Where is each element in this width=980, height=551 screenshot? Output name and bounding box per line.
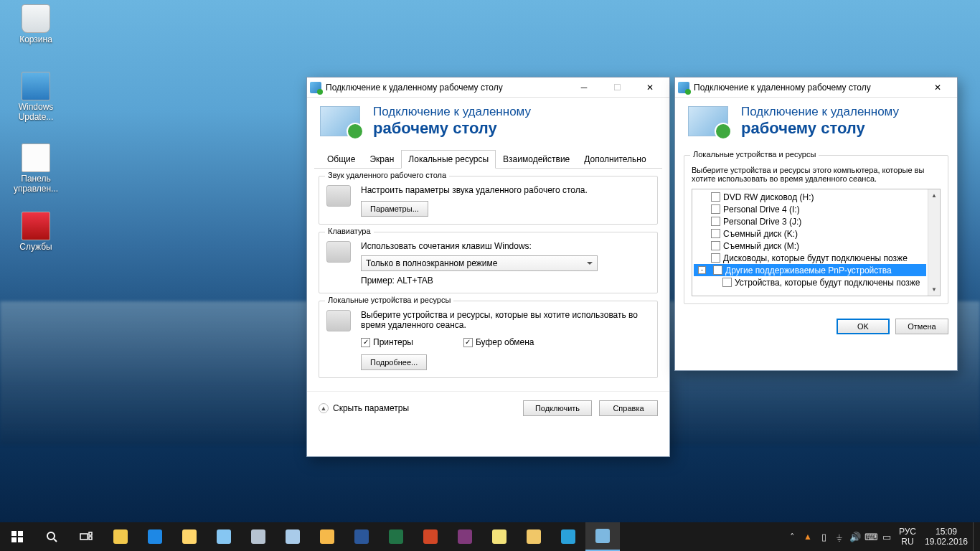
tree-item-label: Съемный диск (K:) [723,229,798,239]
tree-checkbox[interactable] [711,192,720,202]
tree-checkbox[interactable] [711,229,720,238]
mstsc-icon [595,529,610,543]
tree-checkbox[interactable] [722,278,732,287]
desktop-icon-control-panel[interactable]: Панель управлен... [10,143,62,194]
magnifier-icon [286,529,300,544]
tray-keyboard-icon[interactable]: ⌨ [864,522,878,551]
taskbar-app-mstsc[interactable] [585,522,620,551]
tray-action-center-icon[interactable]: ▭ [880,522,894,551]
audio-settings-button[interactable]: Параметры... [361,201,428,217]
minimize-button[interactable]: ─ [567,77,600,98]
tree-item-label: Съемный диск (M:) [723,241,799,251]
checkbox-printers[interactable]: ✓Принтеры [361,337,413,347]
ok-button[interactable]: OK [837,319,890,334]
show-desktop-button[interactable] [973,522,977,551]
tree-item[interactable]: -Другие поддерживаемые PnP-устройства [694,264,926,276]
checkbox-clipboard[interactable]: ✓Буфер обмена [463,337,534,347]
taskbar-app-search[interactable] [34,522,69,551]
taskbar-app-outlook[interactable] [310,522,344,551]
desktop-icon-label: Службы [10,242,62,252]
devices-icon [326,310,351,331]
close-button[interactable]: ✕ [921,77,954,98]
tab-local-resources[interactable]: Локальные ресурсы [401,150,496,169]
svg-rect-2 [11,537,17,542]
tree-item[interactable]: Устройства, которые будут подключены поз… [694,276,926,288]
tray-network-icon[interactable]: ⏚ [832,522,847,551]
tree-item[interactable]: Дисководы, которые будут подключены позж… [694,252,926,264]
checkbox-label: Принтеры [373,337,413,347]
window-title: Подключение к удаленному рабочему столу [694,83,921,93]
taskbar-app-magnifier[interactable] [275,522,310,551]
tray-volume-icon[interactable]: 🔊 [848,522,862,551]
tree-item[interactable]: Съемный диск (M:) [694,240,926,252]
taskbar-app-excel[interactable] [379,522,413,551]
header-line2: рабочему столу [741,119,899,138]
scroll-up-icon[interactable]: ▲ [928,189,940,202]
cancel-button[interactable]: Отмена [895,319,948,334]
tray-chevron-up-icon[interactable]: ˄ [785,522,799,551]
group-remote-audio: Звук удаленного рабочего стола Настроить… [319,176,658,225]
scrollbar[interactable]: ▲ ▼ [928,189,940,296]
tree-checkbox[interactable] [711,217,720,226]
taskbar-app-word[interactable] [344,522,379,551]
tray-battery-icon[interactable]: ▯ [816,522,831,551]
tree-checkbox[interactable] [713,265,722,275]
maximize-button[interactable]: ☐ [600,77,633,98]
tree-item[interactable]: Personal Drive 3 (J:) [694,215,926,227]
taskbar-app-paint[interactable] [241,522,275,551]
group-legend: Локальные устройства и ресурсы [690,150,819,159]
taskbar-app-telegram[interactable] [551,522,585,551]
tree-checkbox[interactable] [711,204,720,214]
tab-advanced[interactable]: Дополнительно [577,150,653,169]
scroll-down-icon[interactable]: ▼ [928,283,940,296]
tray-clock[interactable]: 15:09 19.02.2016 [921,527,971,547]
taskbar-app-start[interactable] [0,522,34,551]
tray-language[interactable]: РУС RU [895,527,920,547]
desktop-icon-services[interactable]: Службы [10,212,62,252]
taskbar-app-calc[interactable] [207,522,241,551]
taskbar-app-chrome[interactable] [103,522,138,551]
tree-item-label: Personal Drive 4 (I:) [723,204,800,215]
tree-checkbox[interactable] [711,253,720,263]
chevron-up-icon[interactable]: ▲ [319,403,329,413]
tree-item-label: DVD RW дисковод (H:) [723,192,814,202]
close-button[interactable]: ✕ [633,77,666,98]
svg-line-5 [54,539,57,542]
group-desc: Выберите устройства и ресурсы, которые в… [361,310,650,330]
hide-options-link[interactable]: Скрыть параметры [333,403,409,413]
taskbar-app-folder[interactable] [517,522,551,551]
more-devices-button[interactable]: Подробнее... [361,354,427,370]
group-keyboard: Клавиатура Использовать сочетания клавиш… [319,232,658,293]
excel-icon [389,529,403,544]
tree-item[interactable]: Съемный диск (K:) [694,227,926,240]
taskbar-app-explorer[interactable] [172,522,207,551]
taskbar-app-powerpoint[interactable] [413,522,448,551]
connect-button[interactable]: Подключить [523,400,592,416]
taskbar-app-ie[interactable] [138,522,172,551]
desktop-icon-label: Windows Update... [10,102,62,122]
titlebar[interactable]: Подключение к удаленному рабочему столу … [675,77,957,98]
desktop-icon-windows-update[interactable]: Windows Update... [10,72,62,122]
tree-item[interactable]: Personal Drive 4 (I:) [694,203,926,215]
desktop-icon-recycle-bin[interactable]: Корзина [10,4,62,44]
lang-bottom: RU [895,537,920,547]
device-tree[interactable]: DVD RW дисковод (H:)Personal Drive 4 (I:… [692,189,941,296]
tree-item[interactable]: DVD RW дисковод (H:) [694,191,926,203]
tab-display[interactable]: Экран [362,150,401,169]
folder-icon [527,529,541,544]
svg-rect-1 [18,531,23,536]
taskbar-app-sticky[interactable] [482,522,517,551]
tree-expander-icon[interactable]: - [698,266,706,274]
tree-checkbox[interactable] [711,241,720,250]
tray-vlc-icon[interactable]: ▲ [801,522,815,551]
tab-general[interactable]: Общие [320,150,362,169]
services-icon [22,212,50,240]
keyboard-combo-select[interactable]: Только в полноэкранном режиме [361,255,598,271]
tab-experience[interactable]: Взаимодействие [496,150,577,169]
taskbar-app-onenote[interactable] [448,522,482,551]
tree-item-label: Другие поддерживаемые PnP-устройства [725,265,892,276]
titlebar[interactable]: Подключение к удаленному рабочему столу … [307,77,669,98]
help-button[interactable]: Справка [599,400,658,416]
taskbar-app-taskview[interactable] [69,522,103,551]
clock-date: 19.02.2016 [921,537,971,547]
